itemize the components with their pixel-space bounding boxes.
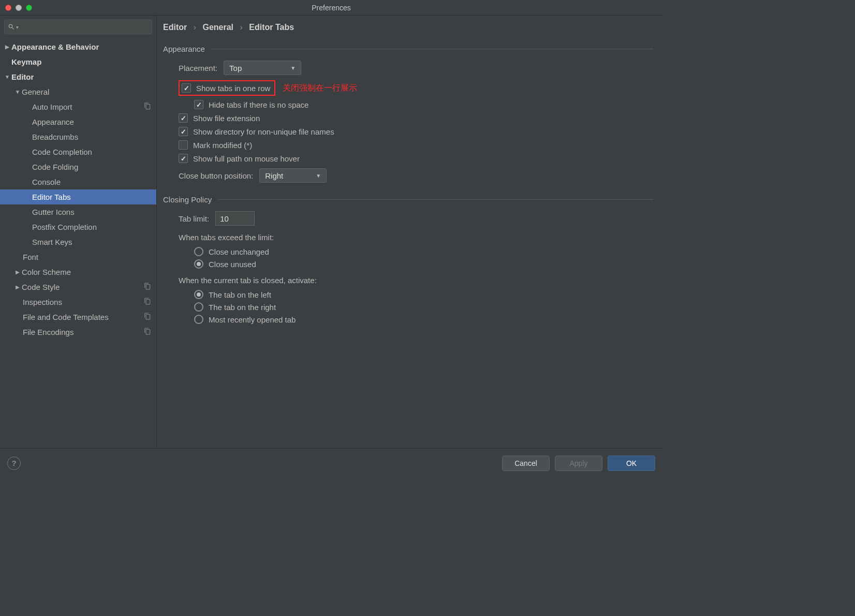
close-pos-field: Close button position: Right▼ [179, 168, 653, 183]
ok-button[interactable]: OK [608, 456, 655, 471]
copy-icon [144, 328, 151, 336]
tab-limit-input[interactable] [215, 211, 255, 226]
activate-recent-radio[interactable] [194, 315, 203, 324]
activate-recent-label: Most recently opened tab [209, 315, 296, 324]
tree-postfix-completion[interactable]: Postfix Completion [0, 219, 156, 234]
body: ▾ ▶Appearance & Behavior Keymap ▼Editor … [0, 16, 662, 448]
settings-tree[interactable]: ▶Appearance & Behavior Keymap ▼Editor ▼G… [0, 38, 156, 448]
crumb-editor-tabs: Editor Tabs [249, 23, 294, 32]
tree-gutter-icons[interactable]: Gutter Icons [0, 204, 156, 219]
show-ext-label: Show file extension [193, 114, 260, 123]
tree-auto-import[interactable]: Auto Import [0, 99, 156, 114]
tree-breadcrumbs[interactable]: Breadcrumbs [0, 129, 156, 144]
search-row: ▾ [0, 16, 156, 38]
tab-limit-field: Tab limit: [179, 211, 653, 226]
breadcrumb: Editor › General › Editor Tabs [157, 16, 662, 38]
activate-left-row: The tab on the left [194, 290, 653, 299]
show-tabs-one-row-label: Show tabs in one row [196, 84, 270, 93]
copy-icon [144, 298, 151, 306]
content: Appearance Placement: Top▼ Show tabs in … [157, 38, 662, 448]
hide-tabs-checkbox[interactable] [194, 100, 203, 109]
copy-icon [144, 283, 151, 291]
tree-editor-tabs[interactable]: Editor Tabs [0, 189, 156, 204]
placement-select[interactable]: Top▼ [224, 61, 301, 75]
placement-field: Placement: Top▼ [179, 61, 653, 75]
highlight-box: Show tabs in one row [179, 80, 275, 96]
crumb-editor[interactable]: Editor [163, 23, 187, 32]
show-ext-checkbox[interactable] [179, 113, 188, 123]
activate-left-radio[interactable] [194, 290, 203, 299]
tree-appearance-behavior[interactable]: ▶Appearance & Behavior [0, 39, 156, 54]
help-button[interactable]: ? [7, 457, 21, 470]
show-ext-row: Show file extension [179, 113, 653, 123]
footer: ? Cancel Apply OK [0, 448, 662, 477]
mark-modified-checkbox[interactable] [179, 140, 188, 150]
show-dir-label: Show directory for non-unique file names [193, 127, 334, 136]
window-controls [5, 5, 32, 11]
window-title: Preferences [312, 4, 350, 12]
tree-inspections[interactable]: Inspections [0, 295, 156, 310]
copy-icon [144, 313, 151, 321]
footer-buttons: Cancel Apply OK [502, 456, 655, 471]
tree-code-style[interactable]: ▶Code Style [0, 280, 156, 295]
show-tabs-one-row-checkbox[interactable] [182, 83, 191, 93]
tree-general[interactable]: ▼General [0, 84, 156, 99]
close-unchanged-row: Close unchanged [194, 247, 653, 256]
section-closing: Closing Policy [163, 195, 653, 204]
placement-label: Placement: [179, 64, 217, 72]
cancel-button[interactable]: Cancel [502, 456, 550, 471]
tree-console[interactable]: Console [0, 174, 156, 189]
activate-right-label: The tab on the right [209, 303, 276, 312]
crumb-general[interactable]: General [202, 23, 233, 32]
annotation-note: 关闭强制在一行展示 [283, 83, 357, 94]
show-path-label: Show full path on mouse hover [193, 154, 300, 163]
tree-appearance[interactable]: Appearance [0, 114, 156, 129]
tab-limit-label: Tab limit: [179, 214, 209, 223]
sidebar: ▾ ▶Appearance & Behavior Keymap ▼Editor … [0, 16, 157, 448]
copy-icon [144, 102, 151, 111]
main-panel: Editor › General › Editor Tabs Appearanc… [157, 16, 662, 448]
tree-file-templates[interactable]: File and Code Templates [0, 310, 156, 325]
close-pos-select[interactable]: Right▼ [259, 168, 327, 183]
show-dir-checkbox[interactable] [179, 127, 188, 136]
activate-recent-row: Most recently opened tab [194, 315, 653, 324]
exceed-label: When tabs exceed the limit: [179, 233, 653, 242]
chevron-down-icon: ▼ [316, 173, 321, 179]
close-window-icon[interactable] [5, 5, 11, 11]
titlebar: Preferences [0, 0, 662, 16]
chevron-down-icon: ▼ [290, 65, 296, 71]
tree-color-scheme[interactable]: ▶Color Scheme [0, 265, 156, 280]
activate-left-label: The tab on the left [209, 290, 271, 299]
show-dir-row: Show directory for non-unique file names [179, 127, 653, 136]
apply-button[interactable]: Apply [555, 456, 602, 471]
section-appearance: Appearance [163, 45, 653, 53]
search-dropdown-icon: ▾ [16, 24, 19, 30]
tree-code-completion[interactable]: Code Completion [0, 144, 156, 159]
search-icon [8, 23, 15, 31]
mark-modified-row: Mark modified (*) [179, 140, 653, 150]
tree-code-folding[interactable]: Code Folding [0, 159, 156, 174]
chevron-right-icon: › [240, 23, 243, 32]
chevron-right-icon: › [194, 23, 196, 32]
preferences-window: Preferences ▾ ▶Appearance & Behavior Key… [0, 0, 662, 477]
minimize-window-icon[interactable] [16, 5, 22, 11]
mark-modified-label: Mark modified (*) [193, 141, 252, 150]
close-unused-radio[interactable] [194, 259, 203, 269]
close-pos-label: Close button position: [179, 171, 253, 180]
zoom-window-icon[interactable] [26, 5, 32, 11]
tree-editor[interactable]: ▼Editor [0, 69, 156, 84]
search-input[interactable]: ▾ [4, 20, 152, 34]
show-path-checkbox[interactable] [179, 154, 188, 163]
show-path-row: Show full path on mouse hover [179, 154, 653, 163]
tree-smart-keys[interactable]: Smart Keys [0, 234, 156, 250]
tree-file-encodings[interactable]: File Encodings [0, 325, 156, 340]
activate-right-radio[interactable] [194, 302, 203, 312]
hide-tabs-row: Hide tabs if there is no space [194, 100, 653, 109]
hide-tabs-label: Hide tabs if there is no space [209, 100, 308, 109]
tree-font[interactable]: Font [0, 250, 156, 265]
tree-keymap[interactable]: Keymap [0, 54, 156, 69]
close-unchanged-label: Close unchanged [209, 247, 269, 256]
activate-right-row: The tab on the right [194, 302, 653, 312]
activate-label: When the current tab is closed, activate… [179, 276, 653, 285]
close-unchanged-radio[interactable] [194, 247, 203, 256]
